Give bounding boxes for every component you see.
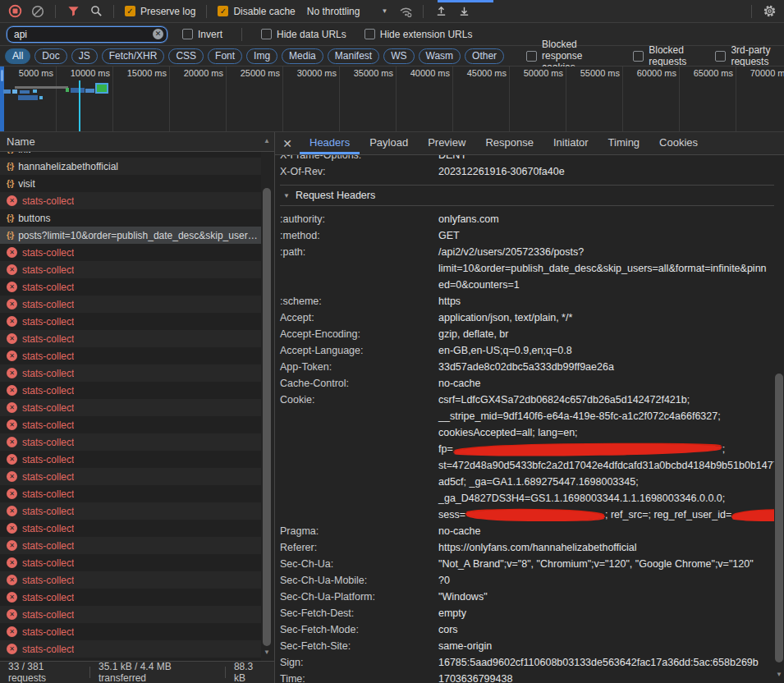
type-filter-all[interactable]: All [5, 48, 30, 64]
type-filter-wasm[interactable]: Wasm [419, 48, 461, 64]
request-row[interactable]: ✕stats-collect [0, 261, 261, 278]
network-conditions-button[interactable] [396, 2, 415, 21]
request-row[interactable]: ✕stats-collect [0, 313, 261, 330]
checkbox[interactable] [526, 51, 537, 62]
request-row[interactable]: ✕stats-collect [0, 606, 261, 623]
throttling-select[interactable]: No throttling ▼ [302, 6, 393, 17]
request-row[interactable]: ✕stats-collect [0, 502, 261, 520]
request-row[interactable]: ✕stats-collect [0, 623, 261, 640]
scroll-up-icon[interactable]: ▲ [262, 137, 272, 144]
scroll-down-icon[interactable]: ▼ [262, 649, 272, 656]
request-row[interactable]: ✕stats-collect [0, 571, 261, 589]
request-row[interactable]: {:}posts?limit=10&order=publish_date_des… [0, 227, 261, 244]
tab-payload[interactable]: Payload [360, 132, 418, 154]
settings-button[interactable] [759, 2, 779, 21]
header-value: no-cache [438, 375, 480, 392]
request-row[interactable]: ✕stats-collect [0, 192, 261, 209]
type-filter-doc[interactable]: Doc [34, 48, 66, 64]
header-name: App-Token: [280, 359, 438, 375]
waterfall-bar [15, 86, 68, 89]
overview-drag-handle[interactable] [0, 66, 4, 132]
tab-preview[interactable]: Preview [418, 132, 475, 154]
request-row[interactable]: ✕stats-collect [0, 296, 261, 313]
request-row[interactable]: ✕stats-collect [0, 364, 261, 382]
name-column-header[interactable]: Name [0, 132, 274, 152]
checkbox[interactable] [633, 51, 644, 62]
preserve-log-checkbox[interactable]: ✓ [125, 6, 135, 16]
request-row[interactable]: {:}init [0, 152, 261, 158]
request-headers-section-toggle[interactable]: ▼Request Headers [280, 185, 774, 206]
timeline-column: 20000 ms [170, 66, 227, 132]
request-row[interactable]: ✕stats-collect [0, 382, 261, 399]
disable-cache-label: Disable cache [233, 6, 295, 17]
request-row[interactable]: ✕stats-collect [0, 399, 261, 416]
request-row[interactable]: ✕stats-collect [0, 347, 261, 364]
request-row[interactable]: ✕stats-collect [0, 554, 261, 571]
type-filter-manifest[interactable]: Manifest [328, 48, 379, 64]
request-row[interactable]: ✕stats-collect [0, 589, 261, 606]
checkbox-label: Blocked requests [649, 44, 690, 67]
scroll-down-icon[interactable]: ▼ [774, 671, 784, 678]
disable-cache-checkbox[interactable]: ✓ [218, 6, 228, 16]
type-filter-font[interactable]: Font [208, 48, 242, 64]
type-filter-ws[interactable]: WS [383, 48, 414, 64]
checkbox[interactable] [715, 51, 726, 62]
request-row[interactable]: ✕stats-collect [0, 468, 261, 485]
request-row[interactable]: ✕stats-collect [0, 278, 261, 296]
filter-toggle-button[interactable] [63, 2, 83, 21]
request-row[interactable]: ✕stats-collect [0, 330, 261, 347]
request-row[interactable]: ✕stats-collect [0, 640, 261, 658]
tab-initiator[interactable]: Initiator [543, 132, 598, 154]
hide-data-urls-checkbox[interactable] [261, 29, 272, 39]
import-har-button[interactable] [431, 2, 451, 21]
timeline-overview[interactable]: 5000 ms10000 ms15000 ms20000 ms25000 ms3… [0, 66, 784, 132]
request-row[interactable]: {:}hannahelizabethofficial [0, 158, 261, 175]
type-filter-other[interactable]: Other [465, 48, 504, 64]
disable-cache-group[interactable]: ✓ Disable cache [214, 6, 298, 17]
timeline-tick-label: 35000 ms [354, 68, 393, 78]
tab-headers[interactable]: Headers [300, 132, 360, 154]
header-value: "Not_A Brand";v="8", "Chromium";v="120",… [438, 556, 754, 572]
invert-checkbox[interactable] [182, 29, 193, 39]
record-button[interactable] [5, 2, 25, 21]
request-name: stats-collect [22, 506, 74, 517]
request-row[interactable]: ✕stats-collect [0, 520, 261, 537]
timeline-tick-label: 20000 ms [184, 68, 223, 78]
request-row[interactable]: {:}visit [0, 175, 261, 192]
scrollbar-thumb[interactable] [775, 374, 783, 662]
request-name: stats-collect [22, 195, 74, 207]
tab-timing[interactable]: Timing [598, 132, 650, 154]
request-row[interactable]: ✕stats-collect [0, 244, 261, 261]
request-row[interactable]: ✕stats-collect [0, 537, 261, 554]
type-filter-media[interactable]: Media [282, 48, 323, 64]
request-row[interactable]: ✕stats-collect [0, 416, 261, 433]
hide-extension-urls-checkbox[interactable] [364, 29, 375, 39]
network-status-bar: 33 / 381 requests 35.1 kB / 4.4 MB trans… [0, 661, 274, 683]
request-row[interactable]: {:}buttons [0, 209, 261, 227]
hide-extension-urls-group[interactable]: Hide extension URLs [361, 29, 476, 40]
request-name: stats-collect [22, 264, 74, 276]
detail-scrollbar[interactable]: ▲ ▼ [774, 132, 784, 683]
search-button[interactable] [86, 2, 106, 21]
hide-data-urls-group[interactable]: Hide data URLs [258, 29, 350, 40]
request-list-scrollbar[interactable]: ▲ ▼ [262, 132, 272, 661]
scrollbar-thumb[interactable] [263, 188, 271, 646]
request-row[interactable]: ✕stats-collect [0, 451, 261, 468]
top-highlight-strip [438, 0, 493, 2]
clear-filter-icon[interactable]: ✕ [153, 29, 163, 39]
type-filter-fetch-xhr[interactable]: Fetch/XHR [102, 48, 165, 64]
clear-button[interactable] [28, 2, 48, 21]
close-icon[interactable]: ✕ [275, 133, 300, 154]
tab-cookies[interactable]: Cookies [649, 132, 708, 154]
filter-input[interactable] [7, 26, 167, 43]
tab-response[interactable]: Response [475, 132, 543, 154]
type-filter-css[interactable]: CSS [168, 48, 204, 64]
request-row[interactable]: ✕stats-collect [0, 485, 261, 502]
export-har-button[interactable] [454, 2, 474, 21]
type-filter-img[interactable]: Img [246, 48, 277, 64]
request-row[interactable]: ✕stats-collect [0, 433, 261, 451]
type-filter-js[interactable]: JS [71, 48, 98, 64]
invert-filter-group[interactable]: Invert [179, 29, 226, 40]
toolbar-divider [55, 5, 56, 18]
preserve-log-group[interactable]: ✓ Preserve log [121, 6, 199, 17]
